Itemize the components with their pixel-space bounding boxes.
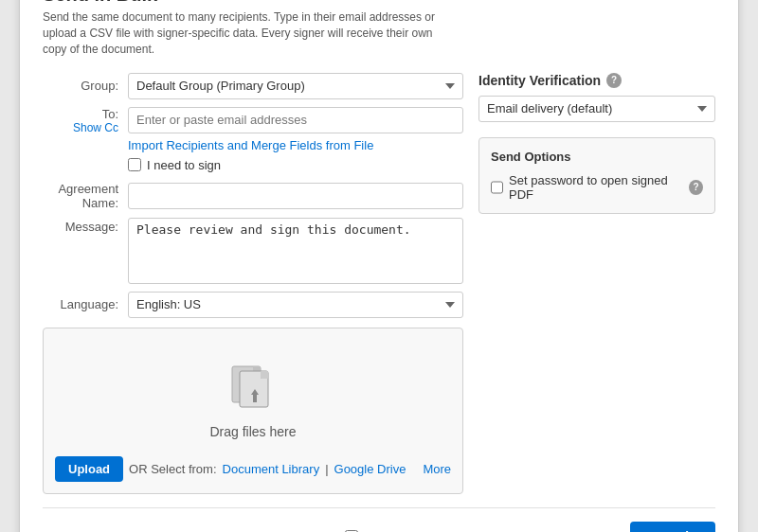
main-content: Group: Default Group (Primary Group) To:… xyxy=(43,73,715,494)
message-textarea[interactable]: Please review and sign this document. xyxy=(128,218,463,284)
identity-help-icon[interactable]: ? xyxy=(606,73,622,88)
import-recipients-link[interactable]: Import Recipients and Merge Fields from … xyxy=(128,138,463,152)
group-row: Group: Default Group (Primary Group) xyxy=(43,73,463,99)
agreement-input[interactable] xyxy=(128,183,463,209)
upload-area: Drag files here Upload OR Select from: D… xyxy=(43,328,463,494)
password-help-icon[interactable]: ? xyxy=(689,180,703,195)
send-options-box: Send Options Set password to open signed… xyxy=(478,137,715,214)
modal-title: Send in Bulk xyxy=(43,0,715,6)
message-label: Message: xyxy=(43,218,128,234)
left-panel: Group: Default Group (Primary Group) To:… xyxy=(43,73,463,494)
to-label-wrap: To: Show Cc xyxy=(43,107,128,134)
send-in-bulk-modal: Send in Bulk Send the same document to m… xyxy=(19,0,739,532)
password-checkbox[interactable] xyxy=(491,181,503,194)
upload-button[interactable]: Upload xyxy=(55,456,123,482)
drag-files-icon xyxy=(225,357,281,417)
i-need-to-sign-row: I need to sign xyxy=(128,158,463,172)
document-library-link[interactable]: Document Library xyxy=(223,462,320,476)
drag-drop-zone[interactable]: Drag files here xyxy=(55,344,451,449)
message-row: Message: Please review and sign this doc… xyxy=(43,218,463,284)
right-panel: Identity Verification ? Email delivery (… xyxy=(478,73,715,494)
i-need-to-sign-checkbox[interactable] xyxy=(128,158,141,171)
drag-text: Drag files here xyxy=(209,424,296,439)
upload-or-text: OR Select from: xyxy=(129,462,216,476)
language-select[interactable]: English: US French Spanish German xyxy=(128,292,463,318)
svg-rect-3 xyxy=(261,371,268,379)
identity-section: Identity Verification ? Email delivery (… xyxy=(478,73,715,122)
to-label: To: xyxy=(102,107,118,121)
agreement-row: Agreement Name: xyxy=(43,182,463,210)
send-options-title: Send Options xyxy=(491,150,703,164)
send-options-row: Set password to open signed PDF ? xyxy=(491,173,703,202)
language-row: Language: English: US French Spanish Ger… xyxy=(43,292,463,318)
send-button[interactable]: Send xyxy=(630,522,715,532)
to-row: To: Show Cc xyxy=(43,107,463,134)
to-input[interactable] xyxy=(128,107,463,133)
password-label: Set password to open signed PDF xyxy=(509,173,683,202)
language-label: Language: xyxy=(43,297,128,311)
group-label: Group: xyxy=(43,79,128,93)
show-cc-link[interactable]: Show Cc xyxy=(43,121,118,134)
i-need-to-sign-label: I need to sign xyxy=(147,158,221,172)
upload-separator: | xyxy=(325,462,328,476)
upload-actions: Upload OR Select from: Document Library … xyxy=(55,456,451,482)
identity-select[interactable]: Email delivery (default) Phone verificat… xyxy=(478,96,715,122)
group-select[interactable]: Default Group (Primary Group) xyxy=(128,73,463,99)
modal-subtitle: Send the same document to many recipient… xyxy=(43,9,450,57)
more-link[interactable]: More xyxy=(423,462,451,476)
identity-title: Identity Verification ? xyxy=(478,73,715,88)
agreement-label: Agreement Name: xyxy=(43,182,128,210)
modal-footer: Preview, position signatures or add form… xyxy=(43,507,715,532)
google-drive-link[interactable]: Google Drive xyxy=(334,462,406,476)
